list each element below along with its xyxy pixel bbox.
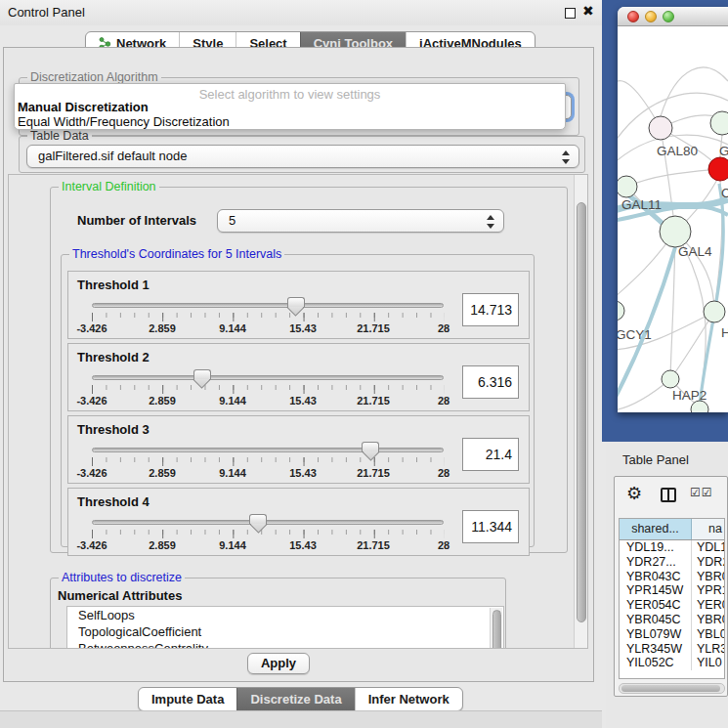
table-data-group-title: Table Data xyxy=(27,129,92,143)
table-panel-title: Table Panel xyxy=(622,452,689,467)
threshold-1-slider[interactable]: -3.426 2.859 9.144 15.43 21.715 28 xyxy=(92,301,444,338)
float-window-button[interactable] xyxy=(565,8,576,19)
columns-icon[interactable] xyxy=(661,488,676,502)
algorithm-option-manual[interactable]: Manual Discretization xyxy=(18,100,149,114)
cyni-toolbox-panel: Discretization Algorithm Select algorith… xyxy=(3,47,594,682)
table-row[interactable]: YBR045CYBR0 xyxy=(620,613,724,627)
table-row[interactable]: YIL052CYIL0 xyxy=(620,656,724,670)
table-data-group: Table Data galFiltered.sif default node xyxy=(19,136,585,173)
slider-tick-labels: -3.426 2.859 9.144 15.43 21.715 28 xyxy=(92,395,444,408)
attributes-group: Attributes to discretize Numerical Attri… xyxy=(50,578,506,649)
close-traffic-light[interactable] xyxy=(627,11,639,22)
list-item[interactable]: SelfLoops xyxy=(67,607,503,623)
settings-scroll-pane: Interval Definition Number of Intervals … xyxy=(8,174,588,649)
slider-tick-labels: -3.426 2.859 9.144 15.43 21.715 28 xyxy=(92,467,444,481)
slider-tick-labels: -3.426 2.859 9.144 15.43 21.715 28 xyxy=(92,322,444,336)
control-panel-titlebar: Control Panel ✖ xyxy=(0,0,602,25)
slider-track[interactable] xyxy=(92,448,444,452)
threshold-1-label: Threshold 1 xyxy=(77,278,150,292)
slider-thumb[interactable] xyxy=(249,514,265,531)
svg-text:GCY1: GCY1 xyxy=(618,327,652,342)
algorithm-option-equal-width[interactable]: Equal Width/Frequency Discretization xyxy=(18,114,230,129)
table-row[interactable]: YLR345WYLR3 xyxy=(620,642,724,657)
apply-button[interactable]: Apply xyxy=(247,653,310,674)
table-row[interactable]: YDL19...YDL1 xyxy=(620,540,724,555)
slider-track[interactable] xyxy=(92,375,444,380)
footer-strip xyxy=(0,710,602,728)
minimize-traffic-light[interactable] xyxy=(645,11,657,22)
window-title: Control Panel xyxy=(8,5,85,20)
table-toolbar: ⚙ ☑☑ xyxy=(615,477,727,512)
slider-thumb[interactable] xyxy=(193,369,209,386)
network-view-window: GAL80 G C GAL11 GAL4 GCY1 H HAP2 xyxy=(618,7,728,412)
threshold-4-value-field[interactable]: 11.344 xyxy=(462,510,519,543)
slider-ticks xyxy=(92,457,445,466)
slider-thumb[interactable] xyxy=(287,297,303,314)
table-row[interactable]: YER054CYER0 xyxy=(620,598,724,613)
svg-text:GAL4: GAL4 xyxy=(678,244,712,259)
gear-icon[interactable]: ⚙ xyxy=(626,483,642,504)
screen: Control Panel ✖ Network Style Select Cyn… xyxy=(0,0,728,728)
table-row[interactable]: YBL079WYBL0 xyxy=(620,627,724,642)
network-node[interactable] xyxy=(618,176,637,197)
slider-tick-labels: -3.426 2.859 9.144 15.43 21.715 28 xyxy=(92,539,444,553)
threshold-1-panel: Threshold 1 -3.426 2.859 9.144 15.43 xyxy=(67,271,530,339)
column-header-name[interactable]: na xyxy=(692,519,724,539)
slider-track[interactable] xyxy=(92,520,444,525)
slider-thumb[interactable] xyxy=(362,442,377,458)
svg-text:G: G xyxy=(719,144,728,158)
table-row[interactable]: YPR145WYPR1 xyxy=(620,583,724,598)
network-node[interactable] xyxy=(618,301,624,321)
threshold-2-panel: Threshold 2 -3.426 2.859 9.144 15.43 xyxy=(67,343,530,411)
threshold-3-slider[interactable]: -3.426 2.859 9.144 15.43 21.715 28 xyxy=(92,446,444,483)
attributes-list-scrollbar[interactable] xyxy=(490,608,502,649)
threshold-1-value-field[interactable]: 14.713 xyxy=(462,293,519,326)
svg-text:GAL80: GAL80 xyxy=(657,144,698,158)
number-of-intervals-combo[interactable]: 5 xyxy=(217,209,504,233)
number-of-intervals-value: 5 xyxy=(229,213,236,228)
table-horizontal-scrollbar[interactable] xyxy=(619,683,725,694)
list-item[interactable]: TopologicalCoefficient xyxy=(67,623,503,640)
column-header-shared-name[interactable]: shared... xyxy=(620,519,692,539)
threshold-2-value-field[interactable]: 6.316 xyxy=(462,365,519,399)
threshold-3-value-field[interactable]: 21.4 xyxy=(462,438,519,471)
threshold-3-panel: Threshold 3 -3.426 2.859 9.144 15.43 xyxy=(67,415,530,484)
network-node[interactable] xyxy=(710,111,728,135)
settings-scrollbar[interactable] xyxy=(574,175,587,648)
network-node[interactable] xyxy=(649,116,672,140)
zoom-traffic-light[interactable] xyxy=(663,11,674,22)
attributes-group-title: Attributes to discretize xyxy=(59,571,185,584)
network-node[interactable] xyxy=(660,216,691,247)
tab-discretize-data[interactable]: Discretize Data xyxy=(236,688,354,710)
slider-ticks xyxy=(92,385,445,394)
slider-ticks xyxy=(92,313,445,321)
scrollbar-thumb[interactable] xyxy=(577,202,586,622)
tab-infer-network[interactable]: Infer Network xyxy=(355,688,462,710)
numerical-attributes-label: Numerical Attributes xyxy=(58,588,182,603)
table-data-combo-value: galFiltered.sif default node xyxy=(38,149,187,163)
list-item[interactable]: BetweennessCentrality xyxy=(67,640,503,649)
tab-impute-data[interactable]: Impute Data xyxy=(139,688,236,710)
table-row[interactable]: YDR27...YDR2 xyxy=(620,555,724,570)
threshold-4-slider[interactable]: -3.426 2.859 9.144 15.43 21.715 28 xyxy=(92,518,444,555)
network-canvas[interactable]: GAL80 G C GAL11 GAL4 GCY1 H HAP2 xyxy=(618,27,728,412)
select-columns-icons[interactable]: ☑☑ xyxy=(690,486,713,499)
threshold-2-label: Threshold 2 xyxy=(77,350,150,364)
table-row[interactable]: YBR043CYBR0 xyxy=(620,570,724,584)
network-window-titlebar[interactable] xyxy=(618,7,728,26)
network-node[interactable] xyxy=(704,301,725,322)
slider-track[interactable] xyxy=(92,303,444,308)
thresholds-group: Threshold's Coordinates for 5 Intervals … xyxy=(61,254,535,547)
table-header-row: shared... na xyxy=(620,519,724,540)
svg-text:HAP2: HAP2 xyxy=(672,388,707,403)
threshold-3-label: Threshold 3 xyxy=(77,422,150,437)
network-node[interactable] xyxy=(662,370,679,388)
threshold-2-slider[interactable]: -3.426 2.859 9.144 15.43 21.715 28 xyxy=(92,373,444,410)
close-window-icon[interactable]: ✖ xyxy=(582,3,594,19)
network-node-selected[interactable] xyxy=(708,157,728,181)
control-panel-window: Control Panel ✖ Network Style Select Cyn… xyxy=(0,0,602,728)
svg-text:C: C xyxy=(721,186,728,200)
scrollbar-thumb[interactable] xyxy=(621,685,720,692)
table-data-combo[interactable]: galFiltered.sif default node xyxy=(26,145,579,168)
cyni-bottom-tabs: Impute Data Discretize Data Infer Networ… xyxy=(138,687,463,711)
